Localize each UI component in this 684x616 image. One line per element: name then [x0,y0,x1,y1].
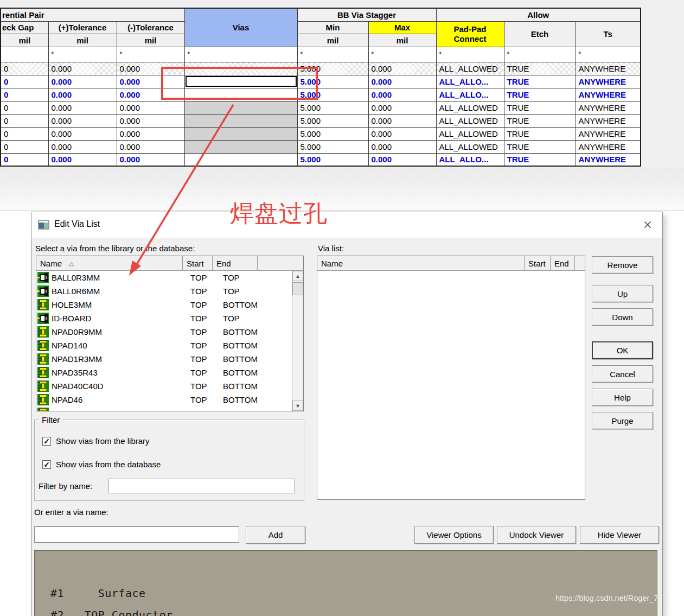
via-library-item[interactable]: BALL0R6MMTOPTOP [36,284,292,298]
vialist-column-name[interactable]: Name [317,256,525,270]
header-pad-pad-connect[interactable]: Pad-Pad Connect [436,21,504,47]
cell-minus_tolerance[interactable]: 0.000 [117,75,184,88]
cell-bb_min[interactable]: 5.000 [297,62,368,75]
cell-ts[interactable]: ANYWHERE [576,88,641,101]
cell-vias[interactable] [184,101,297,114]
cell-ts[interactable]: ANYWHERE [576,62,641,75]
cell-pad_pad_connect[interactable]: ALL_ALLO... [436,75,504,88]
cell-bb_max[interactable]: 0.000 [368,114,436,127]
purge-button[interactable]: Purge [592,412,653,429]
filter-cell-pad_pad_connect[interactable]: * [436,47,504,62]
cell-ts[interactable]: ANYWHERE [576,153,641,166]
cell-plus_tolerance[interactable]: 0.000 [48,62,117,75]
cell-minus_tolerance[interactable]: 0.000 [117,62,184,75]
cell-pad_pad_connect[interactable]: ALL_ALLOWED [436,140,504,153]
cell-pad_pad_connect[interactable]: ALL_ALLOWED [436,101,504,114]
filter-cell-ts[interactable]: * [576,47,641,62]
show-database-checkbox-row[interactable]: ✓ Show vias from the database [42,460,161,469]
cell-bb_max[interactable]: 0.000 [368,62,436,75]
cell-etch[interactable]: TRUE [504,153,576,166]
cell-etch[interactable]: TRUE [504,114,576,127]
help-button[interactable]: Help [592,389,653,406]
via-library-item[interactable] [36,407,292,411]
down-button[interactable]: Down [592,308,653,326]
filter-by-name-input[interactable] [108,479,295,493]
library-scrollbar[interactable]: ▲ ▼ [292,271,303,411]
cell-plus_tolerance[interactable]: 0.000 [48,153,117,166]
cell-etch[interactable]: TRUE [504,88,576,101]
cell-pad_pad_connect[interactable]: ALL_ALLOWED [436,62,504,75]
filter-cell-vias[interactable]: * [184,47,297,62]
cell-minus_tolerance[interactable]: 0.000 [117,114,184,127]
cell-etch[interactable]: TRUE [504,75,576,88]
via-library-item[interactable]: NPAD46TOPBOTTOM [36,393,292,407]
via-name-input[interactable] [34,526,239,543]
scrollbar-thumb[interactable] [292,282,303,295]
cell-vias[interactable] [184,62,297,75]
cell-neck_gap[interactable]: 0 [1,101,48,114]
filter-cell-bb_max[interactable]: * [368,47,436,62]
cell-plus_tolerance[interactable]: 0.000 [48,127,117,140]
cell-bb_max[interactable]: 0.000 [368,88,436,101]
cell-etch[interactable]: TRUE [504,127,576,140]
cell-vias[interactable] [184,153,297,166]
cell-pad_pad_connect[interactable]: ALL_ALLOWED [436,114,504,127]
filter-cell-etch[interactable]: * [504,47,576,62]
show-library-checkbox-row[interactable]: ✓ Show vias from the library [42,436,150,446]
via-library-item[interactable]: NPAD0R9MMTOPBOTTOM [36,325,292,339]
cell-neck_gap[interactable]: 0 [1,114,48,127]
remove-button[interactable]: Remove [592,256,653,274]
via-library-item[interactable]: BALL0R3MMTOPTOP [36,271,292,284]
cancel-button[interactable]: Cancel [592,365,653,383]
filter-cell-neck_gap[interactable] [1,47,48,62]
cell-neck_gap[interactable]: 0 [1,127,48,140]
library-column-start[interactable]: Start [183,256,213,270]
checkbox-checked-icon[interactable]: ✓ [42,460,51,469]
cell-bb_max[interactable]: 0.000 [368,75,436,88]
cell-etch[interactable]: TRUE [504,62,576,75]
viewer-options-button[interactable]: Viewer Options [414,526,494,544]
up-button[interactable]: Up [592,285,653,302]
hide-viewer-button[interactable]: Hide Viewer [580,526,659,544]
cell-bb_min[interactable]: 5.000 [297,127,368,140]
cell-minus_tolerance[interactable]: 0.000 [117,153,184,166]
ok-button[interactable]: OK [592,341,653,359]
cell-bb_max[interactable]: 0.000 [368,153,436,166]
cell-ts[interactable]: ANYWHERE [576,75,641,88]
cell-bb_min[interactable]: 5.000 [297,88,368,101]
cell-vias[interactable] [184,140,297,153]
cell-vias[interactable] [184,88,297,101]
header-plus-tolerance[interactable]: (+)Tolerance [48,21,117,34]
header-minus-tolerance[interactable]: (-)Tolerance [117,21,184,34]
cell-neck_gap[interactable]: 0 [1,88,48,101]
cell-bb_min[interactable]: 5.000 [297,153,368,166]
add-button[interactable]: Add [246,526,305,544]
cell-bb_min[interactable]: 5.000 [297,101,368,114]
filter-cell-plus_tolerance[interactable]: * [48,47,117,62]
via-library-item[interactable]: ID-BOARDTOPTOP [36,312,292,325]
cell-neck_gap[interactable]: 0 [1,140,48,153]
header-ts[interactable]: Ts [576,21,641,47]
cell-etch[interactable]: TRUE [504,101,576,114]
cell-plus_tolerance[interactable]: 0.000 [48,101,117,114]
cell-neck_gap[interactable]: 0 [1,75,48,88]
filter-cell-bb_min[interactable]: * [297,47,368,62]
cell-bb_min[interactable]: 5.000 [297,140,368,153]
cell-vias[interactable] [184,75,297,88]
via-library-item[interactable]: NPAD140TOPBOTTOM [36,339,292,352]
header-neck-gap[interactable]: eck Gap [1,21,48,34]
filter-cell-minus_tolerance[interactable]: * [117,47,184,62]
cell-pad_pad_connect[interactable]: ALL_ALLOWED [436,127,504,140]
scroll-down-icon[interactable]: ▼ [292,401,303,411]
cell-pad_pad_connect[interactable]: ALL_ALLO... [436,88,504,101]
cell-plus_tolerance[interactable]: 0.000 [48,114,117,127]
header-bb-min[interactable]: Min [297,21,368,34]
cell-vias[interactable] [184,127,297,140]
cell-pad_pad_connect[interactable]: ALL_ALLO... [436,153,504,166]
via-library-item[interactable]: HOLE3MMTOPBOTTOM [36,298,292,312]
cell-bb_max[interactable]: 0.000 [368,127,436,140]
cell-ts[interactable]: ANYWHERE [576,140,641,153]
cell-bb_min[interactable]: 5.000 [297,75,368,88]
library-column-end[interactable]: End [213,256,258,270]
cell-etch[interactable]: TRUE [504,140,576,153]
